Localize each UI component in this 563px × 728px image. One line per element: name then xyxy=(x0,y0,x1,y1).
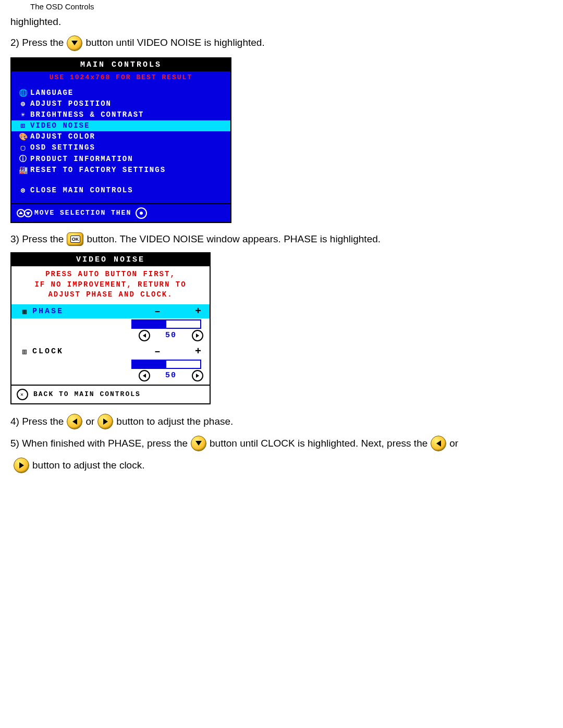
phase-icon: ▦ xyxy=(17,307,32,316)
vn-row-clock[interactable]: ▥ CLOCK – + xyxy=(11,344,210,359)
vn-message: PRESS AUTO BUTTON FIRST, IF NO IMPROVEME… xyxy=(11,266,210,304)
right-arrow-icon[interactable] xyxy=(192,330,203,341)
down-button-icon xyxy=(191,436,206,451)
text: or xyxy=(85,415,94,429)
step-2: 2) Press the button until VIDEO NOISE is… xyxy=(10,35,553,51)
right-button-icon xyxy=(97,414,113,429)
close-icon: ⊗ xyxy=(17,186,30,195)
vn-msg-line: ADJUST PHASE AND CLOCK. xyxy=(14,290,207,300)
text: button to adjust the phase. xyxy=(116,415,233,429)
osd-footer-text: MOVE SELECTION THEN xyxy=(34,209,131,217)
osd-item-language[interactable]: 🌐 LANGUAGE xyxy=(11,88,230,98)
fragment-highlighted: highlighted. xyxy=(10,15,553,29)
vn-phase-value-row: 50 xyxy=(11,330,210,344)
minus-icon: – xyxy=(154,305,161,317)
text: button. The VIDEO NOISE window appears. … xyxy=(87,232,381,246)
left-button-icon xyxy=(431,436,446,451)
right-button-icon xyxy=(14,458,29,473)
osd-item-adjust-color[interactable]: 🎨 ADJUST COLOR xyxy=(11,131,230,142)
vn-phase-bar-row xyxy=(11,318,210,330)
osd-item-osd-settings[interactable]: ▢ OSD SETTINGS xyxy=(11,142,230,153)
color-icon: 🎨 xyxy=(17,132,30,141)
osd-item-label: PRODUCT INFORMATION xyxy=(30,155,133,163)
close-icon: ✕ xyxy=(17,389,28,400)
vn-msg-line: IF NO IMPROVEMENT, RETURN TO xyxy=(14,280,207,290)
vn-plus-minus: – + xyxy=(151,346,204,357)
svg-marker-1 xyxy=(19,211,23,214)
plus-icon: + xyxy=(195,305,201,317)
left-arrow-icon[interactable] xyxy=(139,330,150,341)
osd-footer: MOVE SELECTION THEN xyxy=(11,203,230,222)
vn-plus-minus: – + xyxy=(151,305,204,317)
minus-icon: – xyxy=(154,346,161,357)
osd-main-controls: MAIN CONTROLS USE 1024x768 FOR BEST RESU… xyxy=(10,57,231,223)
video-noise-icon: ⊞ xyxy=(17,121,30,130)
step-5-cont: button to adjust the clock. xyxy=(10,458,553,473)
vn-clock-bar-row xyxy=(11,359,210,370)
step-3: 3) Press the OK button. The VIDEO NOISE … xyxy=(10,232,553,246)
vn-clock-value-row: 50 xyxy=(11,370,210,385)
osd-item-brightness-contrast[interactable]: ☀ BRIGHTNESS & CONTRAST xyxy=(11,109,230,120)
factory-icon: 🏭 xyxy=(17,166,30,175)
ok-button-icon: OK xyxy=(67,232,83,246)
page-header: The OSD Controls xyxy=(30,2,553,11)
osd-item-label: RESET TO FACTORY SETTINGS xyxy=(30,166,166,174)
text: 4) Press the xyxy=(10,415,64,429)
osd-item-video-noise[interactable]: ⊞ VIDEO NOISE xyxy=(11,120,230,131)
text: or xyxy=(449,437,458,451)
right-arrow-icon[interactable] xyxy=(192,370,203,381)
vn-clock-bar xyxy=(131,360,201,369)
text: button until CLOCK is highlighted. Next,… xyxy=(210,437,427,451)
text: button until VIDEO NOISE is highlighted. xyxy=(85,36,264,50)
osd-item-label: ADJUST POSITION xyxy=(30,100,112,108)
vn-phase-value: 50 xyxy=(155,331,187,340)
info-icon: ⓘ xyxy=(17,154,30,164)
left-arrow-icon[interactable] xyxy=(139,370,150,381)
vn-footer[interactable]: ✕ BACK TO MAIN CONTROLS xyxy=(11,385,210,403)
ok-icon xyxy=(136,207,147,219)
osd-subtitle: USE 1024x768 FOR BEST RESULT xyxy=(11,71,230,85)
osd-title: MAIN CONTROLS xyxy=(11,58,230,71)
text: 5) When finished with PHASE, press the xyxy=(10,437,188,451)
left-button-icon xyxy=(67,414,82,429)
svg-marker-3 xyxy=(26,212,30,215)
down-button-icon xyxy=(67,35,82,51)
vn-label: PHASE xyxy=(32,307,151,316)
text: button to adjust the clock. xyxy=(32,459,144,473)
vn-title: VIDEO NOISE xyxy=(11,253,210,266)
osd-item-label: CLOSE MAIN CONTROLS xyxy=(30,186,133,194)
osd-video-noise: VIDEO NOISE PRESS AUTO BUTTON FIRST, IF … xyxy=(10,252,211,404)
osd-item-label: OSD SETTINGS xyxy=(30,143,95,152)
osd-item-label: LANGUAGE xyxy=(30,89,74,97)
step-5: 5) When finished with PHASE, press the b… xyxy=(10,436,553,451)
vn-row-phase[interactable]: ▦ PHASE – + xyxy=(11,304,210,318)
vn-label: CLOCK xyxy=(32,347,151,356)
vn-msg-line: PRESS AUTO BUTTON FIRST, xyxy=(14,269,207,280)
text: 2) Press the xyxy=(10,36,64,50)
position-icon: ⊕ xyxy=(17,100,30,108)
osd-item-adjust-position[interactable]: ⊕ ADJUST POSITION xyxy=(11,98,230,109)
updown-icon xyxy=(17,208,32,218)
vn-clock-value: 50 xyxy=(155,371,187,380)
language-icon: 🌐 xyxy=(17,89,30,97)
osd-item-reset-factory[interactable]: 🏭 RESET TO FACTORY SETTINGS xyxy=(11,165,230,176)
clock-icon: ▥ xyxy=(17,347,32,356)
text: 3) Press the xyxy=(10,232,64,246)
osd-item-label: BRIGHTNESS & CONTRAST xyxy=(30,110,144,119)
osd-body: 🌐 LANGUAGE ⊕ ADJUST POSITION ☀ BRIGHTNES… xyxy=(11,85,230,203)
step-4: 4) Press the or button to adjust the pha… xyxy=(10,414,553,429)
vn-phase-bar xyxy=(131,319,201,329)
svg-point-4 xyxy=(140,212,143,215)
osd-item-product-info[interactable]: ⓘ PRODUCT INFORMATION xyxy=(11,153,230,165)
brightness-icon: ☀ xyxy=(17,110,30,119)
osd-item-close[interactable]: ⊗ CLOSE MAIN CONTROLS xyxy=(11,185,230,196)
osd-item-label: VIDEO NOISE xyxy=(30,121,90,130)
plus-icon: + xyxy=(195,346,201,357)
text: highlighted. xyxy=(10,15,61,29)
vn-footer-text: BACK TO MAIN CONTROLS xyxy=(33,390,141,398)
osd-settings-icon: ▢ xyxy=(17,143,30,152)
osd-item-label: ADJUST COLOR xyxy=(30,132,95,141)
